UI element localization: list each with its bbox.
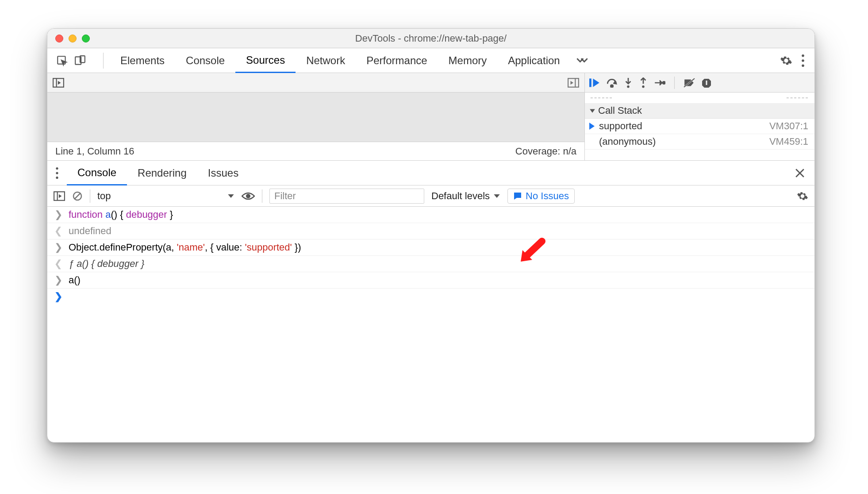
step-into-icon[interactable] <box>624 77 633 88</box>
svg-point-27 <box>246 194 250 198</box>
tab-application[interactable]: Application <box>497 48 570 73</box>
console-return-row: ❯ ƒ a() { debugger } <box>47 256 814 272</box>
coverage-status: Coverage: n/a <box>515 146 576 157</box>
drawer-tab-console-label: Console <box>77 166 116 179</box>
titlebar: DevTools - chrome://new-tab-page/ <box>47 29 814 48</box>
svg-point-13 <box>642 85 644 88</box>
prompt-caret-icon: ❯ <box>54 291 62 302</box>
deactivate-breakpoints-icon[interactable] <box>684 78 695 88</box>
kebab-menu-icon[interactable] <box>801 54 805 67</box>
console-output: undefined <box>69 225 111 237</box>
close-drawer-icon[interactable] <box>795 168 814 178</box>
console-code: function a() { debugger } <box>69 209 173 220</box>
chevron-down-icon <box>227 193 234 199</box>
console-sidebar-toggle-icon[interactable] <box>54 191 65 201</box>
console-prompt-row[interactable]: ❯ <box>47 289 814 305</box>
settings-icon[interactable] <box>780 54 792 67</box>
tab-memory-label: Memory <box>449 54 487 67</box>
svg-line-26 <box>74 193 81 199</box>
frame-location: VM307:1 <box>769 120 808 132</box>
console-code: Object.defineProperty(a, 'name', { value… <box>69 242 301 253</box>
separator <box>103 53 104 69</box>
tab-sources[interactable]: Sources <box>235 49 296 73</box>
drawer-tabs: Console Rendering Issues <box>47 161 814 185</box>
log-levels-selector[interactable]: Default levels <box>431 190 500 202</box>
tab-network[interactable]: Network <box>296 48 356 73</box>
call-stack-panel: ------------ Call Stack supported VM307:… <box>585 93 814 160</box>
console-input-row: ❯ Object.defineProperty(a, 'name', { val… <box>47 239 814 256</box>
filter-placeholder: Filter <box>274 190 296 202</box>
step-icon[interactable] <box>654 78 665 88</box>
clear-console-icon[interactable] <box>72 191 83 201</box>
drawer-tab-issues[interactable]: Issues <box>197 161 249 185</box>
input-caret-icon: ❯ <box>54 209 62 220</box>
inspect-icon-group <box>47 48 97 73</box>
console-toolbar: top Filter Default levels No Issues <box>47 185 814 207</box>
device-toggle-icon[interactable] <box>74 55 86 66</box>
context-selector-value: top <box>97 190 224 202</box>
input-caret-icon: ❯ <box>54 274 62 286</box>
more-tabs-icon[interactable] <box>571 57 594 65</box>
debugger-toggle-icon[interactable] <box>568 78 579 88</box>
call-stack-frame-current[interactable]: supported VM307:1 <box>585 119 814 134</box>
svg-point-12 <box>627 85 629 88</box>
frame-name: (anonymous) <box>599 136 656 147</box>
svg-point-19 <box>56 172 58 174</box>
navigator-toggle-icon[interactable] <box>53 78 64 88</box>
context-selector[interactable]: top <box>97 190 234 202</box>
svg-point-5 <box>802 64 804 67</box>
separator <box>262 189 262 203</box>
devtools-window: DevTools - chrome://new-tab-page/ Elemen… <box>47 28 815 443</box>
separator <box>90 189 90 203</box>
partial-row: ------------ <box>585 93 814 103</box>
call-stack-header[interactable]: Call Stack <box>585 103 814 119</box>
call-stack-header-label: Call Stack <box>598 105 642 116</box>
tab-console[interactable]: Console <box>175 48 235 73</box>
step-over-icon[interactable] <box>606 78 618 88</box>
close-window-button[interactable] <box>55 35 63 42</box>
cursor-position: Line 1, Column 16 <box>55 146 134 157</box>
svg-point-20 <box>56 176 58 178</box>
drawer-tab-rendering[interactable]: Rendering <box>127 161 197 185</box>
svg-point-3 <box>802 54 804 57</box>
drawer-tab-console[interactable]: Console <box>67 161 127 185</box>
console-log[interactable]: ❯ function a() { debugger } ❯ undefined … <box>47 207 814 305</box>
call-stack-frame[interactable]: (anonymous) VM459:1 <box>585 134 814 150</box>
minimize-window-button[interactable] <box>69 35 77 42</box>
tab-application-label: Application <box>508 54 560 67</box>
drawer-kebab-icon[interactable] <box>47 167 67 179</box>
resume-icon[interactable] <box>589 78 600 88</box>
sources-editor-empty <box>47 93 584 142</box>
zoom-window-button[interactable] <box>82 35 90 42</box>
console-input-row: ❯ function a() { debugger } <box>47 207 814 223</box>
tab-memory[interactable]: Memory <box>438 48 498 73</box>
inspect-element-icon[interactable] <box>56 55 68 66</box>
frame-location: VM459:1 <box>769 136 808 147</box>
svg-point-4 <box>802 59 804 62</box>
issues-icon <box>513 192 522 201</box>
console-code: a() <box>69 274 81 286</box>
step-out-icon[interactable] <box>639 77 648 88</box>
tab-sources-label: Sources <box>246 54 285 66</box>
svg-point-11 <box>611 85 613 87</box>
console-filter-input[interactable]: Filter <box>269 189 424 204</box>
issues-button[interactable]: No Issues <box>507 189 575 204</box>
separator <box>674 77 675 89</box>
tab-performance[interactable]: Performance <box>356 48 438 73</box>
tab-performance-label: Performance <box>366 54 427 67</box>
frame-name: supported <box>599 120 642 132</box>
sources-status-bar: Line 1, Column 16 Coverage: n/a <box>47 142 584 160</box>
chevron-down-icon <box>493 193 500 199</box>
drawer-tab-issues-label: Issues <box>208 167 238 179</box>
tab-console-label: Console <box>186 54 225 67</box>
return-caret-icon: ❯ <box>54 258 62 270</box>
console-settings-icon[interactable] <box>797 190 808 202</box>
console-output: ƒ a() { debugger } <box>69 258 144 270</box>
main-panel-tabs: Elements Console Sources Network Perform… <box>47 48 814 73</box>
window-title: DevTools - chrome://new-tab-page/ <box>47 33 814 44</box>
console-input-row: ❯ a() <box>47 272 814 289</box>
svg-rect-17 <box>706 81 707 85</box>
live-expression-icon[interactable] <box>242 191 255 201</box>
pause-on-exceptions-icon[interactable] <box>701 77 712 88</box>
tab-elements[interactable]: Elements <box>110 48 175 73</box>
